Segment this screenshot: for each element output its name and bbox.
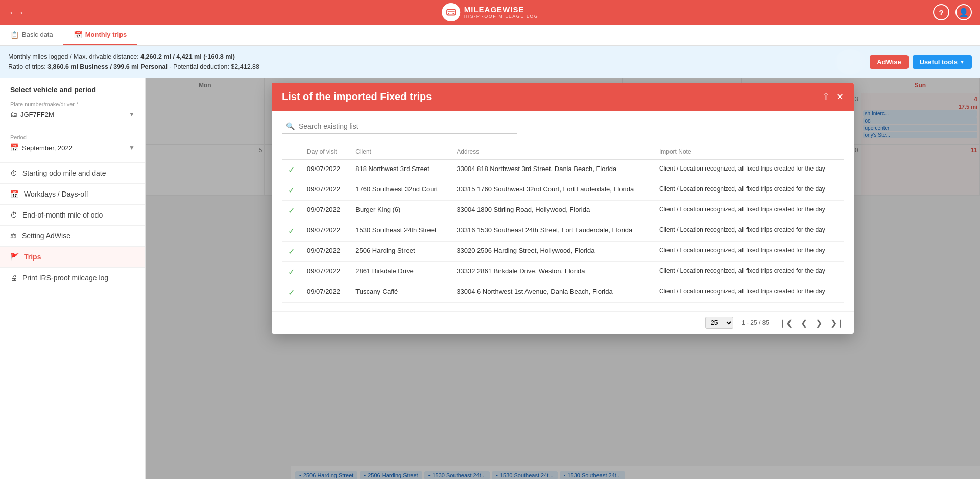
period-chevron: ▼ bbox=[129, 144, 135, 151]
row-day-2: 09/07/2022 bbox=[301, 201, 349, 221]
main-layout: Select vehicle and period Plate number/m… bbox=[0, 78, 980, 479]
back-button[interactable]: ←← bbox=[8, 7, 29, 18]
info-line2-bold: 3,860.6 mi Business / 399.6 mi Personal bbox=[47, 63, 168, 70]
row-note-1: Client / Location recognized, all fixed … bbox=[653, 180, 844, 201]
th-address: Address bbox=[450, 144, 653, 160]
row-note-3: Client / Location recognized, all fixed … bbox=[653, 221, 844, 242]
sidebar-item-workdays[interactable]: 📅 Workdays / Days-off bbox=[0, 183, 145, 204]
monthly-trips-icon: 📅 bbox=[74, 31, 82, 39]
brand-tagline: IRS-PROOF MILEAGE LOG bbox=[464, 14, 539, 19]
modal-header: List of the imported Fixed trips ⇧ ✕ bbox=[272, 83, 854, 111]
row-client-3: 1530 Southeast 24th Street bbox=[349, 221, 450, 242]
print-label: Print IRS-proof mileage log bbox=[22, 274, 108, 282]
plate-chevron: ▼ bbox=[129, 111, 135, 118]
period-icon: 📅 bbox=[10, 143, 19, 152]
adwise-button[interactable]: AdWise bbox=[870, 55, 909, 69]
vehicle-period-section: Select vehicle and period Plate number/m… bbox=[0, 78, 145, 129]
trips-table-body: ✓ 09/07/2022 818 Northwest 3rd Street 33… bbox=[282, 160, 844, 303]
modal-title: List of the imported Fixed trips bbox=[282, 91, 432, 103]
row-client-0: 818 Northwest 3rd Street bbox=[349, 160, 450, 180]
top-nav-right: ? 👤 bbox=[933, 4, 972, 20]
user-button[interactable]: 👤 bbox=[955, 4, 972, 20]
page-prev-button[interactable]: ❮ bbox=[799, 317, 809, 329]
row-client-6: Tuscany Caffé bbox=[349, 282, 450, 303]
trips-label: Trips bbox=[24, 253, 41, 261]
end-odo-label: End-of-month mile of odo bbox=[22, 211, 103, 219]
modal-minimize-button[interactable]: ⇧ bbox=[822, 91, 830, 103]
search-input[interactable] bbox=[299, 122, 513, 130]
workdays-label: Workdays / Days-off bbox=[24, 190, 88, 198]
trips-icon: 🚩 bbox=[10, 253, 19, 261]
info-line2: Ratio of trips: 3,860.6 mi Business / 39… bbox=[8, 62, 259, 72]
sidebar-item-trips[interactable]: 🚩 Trips bbox=[0, 246, 145, 267]
row-day-0: 09/07/2022 bbox=[301, 160, 349, 180]
plate-select[interactable]: JGF7FF2M bbox=[20, 111, 135, 118]
row-address-2: 33004 1800 Stirling Road, Hollywood, Flo… bbox=[450, 201, 653, 221]
search-box: 🔍 bbox=[282, 119, 517, 134]
plate-icon: 🗂 bbox=[10, 110, 17, 118]
svg-point-1 bbox=[448, 13, 449, 14]
row-note-6: Client / Location recognized, all fixed … bbox=[653, 282, 844, 303]
period-label: Period bbox=[10, 134, 135, 140]
svg-point-2 bbox=[452, 13, 454, 14]
modal: List of the imported Fixed trips ⇧ ✕ 🔍 bbox=[272, 83, 854, 334]
trips-table: Day of visit Client Address Import Note … bbox=[282, 144, 844, 303]
row-day-6: 09/07/2022 bbox=[301, 282, 349, 303]
th-client: Client bbox=[349, 144, 450, 160]
page-first-button[interactable]: ❘❮ bbox=[777, 317, 795, 329]
sidebar-item-odo[interactable]: ⏱ Starting odo mile and date bbox=[0, 162, 145, 183]
basic-data-icon: 📋 bbox=[10, 31, 19, 39]
odo-label: Starting odo mile and date bbox=[22, 169, 106, 177]
th-note: Import Note bbox=[653, 144, 844, 160]
modal-header-actions: ⇧ ✕ bbox=[822, 91, 844, 103]
tab-basic-data-label: Basic data bbox=[22, 31, 53, 38]
sidebar-item-adwise[interactable]: ⚖ Setting AdWise bbox=[0, 225, 145, 246]
row-status-1: ✓ bbox=[282, 180, 301, 201]
top-nav-left: ←← bbox=[8, 7, 29, 18]
row-day-3: 09/07/2022 bbox=[301, 221, 349, 242]
page-last-button[interactable]: ❯❘ bbox=[828, 317, 846, 329]
row-client-2: Burger King (6) bbox=[349, 201, 450, 221]
tab-monthly-trips[interactable]: 📅 Monthly trips bbox=[63, 25, 137, 45]
sidebar: Select vehicle and period Plate number/m… bbox=[0, 78, 146, 479]
info-line1-bold: 4,260.2 mi / 4,421 mi (-160.8 mi) bbox=[140, 53, 235, 60]
tab-basic-data[interactable]: 📋 Basic data bbox=[0, 25, 63, 45]
top-nav: ←← MILEAGEWISE IRS-PROOF MILEAGE LOG ? 👤 bbox=[0, 0, 980, 25]
useful-tools-chevron: ▼ bbox=[960, 59, 965, 65]
row-status-2: ✓ bbox=[282, 201, 301, 221]
row-note-0: Client / Location recognized, all fixed … bbox=[653, 160, 844, 180]
row-note-5: Client / Location recognized, all fixed … bbox=[653, 262, 844, 282]
check-icon-2: ✓ bbox=[288, 206, 295, 215]
svg-rect-0 bbox=[446, 10, 455, 15]
help-button[interactable]: ? bbox=[933, 4, 949, 20]
plate-select-wrapper: 🗂 JGF7FF2M ▼ bbox=[10, 110, 135, 121]
tab-monthly-trips-label: Monthly trips bbox=[85, 31, 127, 38]
table-row: ✓ 09/07/2022 818 Northwest 3rd Street 33… bbox=[282, 160, 844, 180]
search-icon: 🔍 bbox=[286, 122, 295, 130]
modal-overlay[interactable]: List of the imported Fixed trips ⇧ ✕ 🔍 bbox=[146, 78, 980, 479]
row-status-5: ✓ bbox=[282, 262, 301, 282]
period-select[interactable]: September, 2022 bbox=[22, 144, 135, 152]
useful-tools-button[interactable]: Useful tools ▼ bbox=[913, 55, 972, 69]
sidebar-item-print[interactable]: 🖨 Print IRS-proof mileage log bbox=[0, 267, 145, 288]
info-bar-text: Monthly miles logged / Max. drivable dis… bbox=[8, 52, 259, 72]
plate-label: Plate number/make/driver * bbox=[10, 101, 135, 107]
check-icon-4: ✓ bbox=[288, 247, 295, 256]
table-row: ✓ 09/07/2022 Tuscany Caffé 33004 6 North… bbox=[282, 282, 844, 303]
page-next-button[interactable]: ❯ bbox=[814, 317, 824, 329]
sub-nav: 📋 Basic data 📅 Monthly trips bbox=[0, 25, 980, 46]
info-bar: Monthly miles logged / Max. drivable dis… bbox=[0, 46, 980, 78]
top-nav-center: MILEAGEWISE IRS-PROOF MILEAGE LOG bbox=[442, 3, 539, 21]
row-address-0: 33004 818 Northwest 3rd Street, Dania Be… bbox=[450, 160, 653, 180]
check-icon-3: ✓ bbox=[288, 227, 295, 235]
brand-name: MILEAGEWISE bbox=[464, 6, 539, 14]
per-page-select[interactable]: 25 10 50 100 bbox=[705, 317, 733, 329]
modal-close-button[interactable]: ✕ bbox=[836, 91, 844, 103]
sidebar-item-end-odo[interactable]: ⏱ End-of-month mile of odo bbox=[0, 204, 145, 225]
row-client-4: 2506 Harding Street bbox=[349, 242, 450, 262]
info-line1: Monthly miles logged / Max. drivable dis… bbox=[8, 52, 259, 62]
table-row: ✓ 09/07/2022 2506 Harding Street 33020 2… bbox=[282, 242, 844, 262]
period-section: Period 📅 September, 2022 ▼ bbox=[0, 129, 145, 162]
row-client-1: 1760 Southwest 32nd Court bbox=[349, 180, 450, 201]
row-day-5: 09/07/2022 bbox=[301, 262, 349, 282]
